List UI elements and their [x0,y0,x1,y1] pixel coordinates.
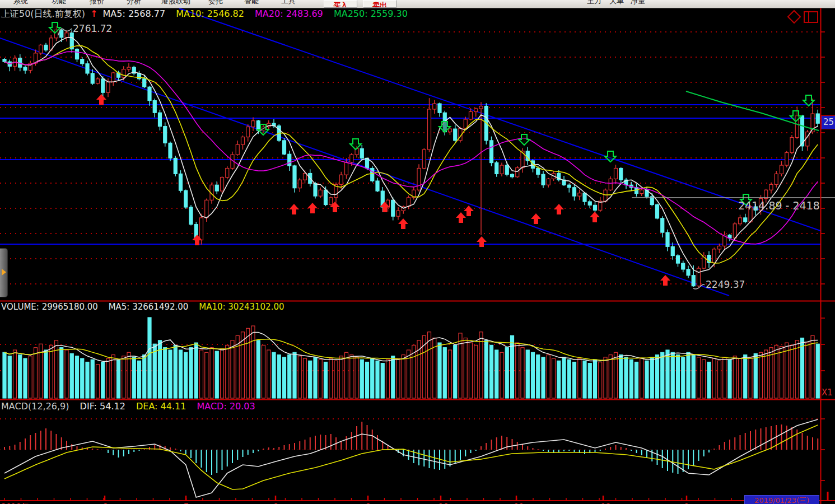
axis-month-label: 12 [601,502,611,504]
dea-line [4,425,818,489]
last-price-axis-tag: 25 [821,115,835,129]
price-range-annotation: 2414.89 - 2418 [738,199,820,212]
buy-arrow-icon [456,212,466,223]
dif-line [4,419,818,497]
buy-arrow-icon [307,203,318,213]
buy-arrow-icon [531,213,541,224]
diamond-marker-icon [788,11,800,23]
axis-month-label: 8 [273,502,278,504]
moving-average-lines [4,38,818,273]
expand-right-icon [2,269,6,276]
sell-arrow-icon [605,151,616,162]
buy-arrow-icon [660,275,670,286]
ma10-value: MA10: 2546.82 [176,8,244,19]
macd-lines [4,419,818,497]
ma250-value: MA250: 2559.30 [334,8,408,19]
volume-value: VOLUME: 29965180.00 [1,302,98,312]
split-window-icon[interactable] [804,12,818,22]
buy-arrow-icon [398,218,408,229]
axis-month-label: 7 [184,502,189,504]
axis-year-label: 2018年 [1,502,29,504]
stock-chart-window: 系统功能报价分析港股联动委托智能工具主力大单净量买入卖出 上证50(日线.前复权… [0,0,835,504]
up-arrow-icon: ↑ [90,8,97,19]
chart-canvas[interactable] [0,0,835,504]
buy-arrow-icon [477,236,487,247]
low-price-annotation: 2249.37 [706,279,745,290]
candlesticks [3,26,819,287]
volume-ma5-line [4,333,818,362]
main-pane-legend: 上证50(日线.前复权) ↑ MA5: 2568.77 MA10: 2546.8… [1,8,408,20]
axis-month-label: 1 [684,502,689,504]
ma10-line [4,46,818,263]
symbol-title: 上证50(日线.前复权) [1,8,85,19]
dea-value: DEA: 44.11 [136,401,186,412]
buy-arrow-icon [289,204,299,214]
support-resistance-lines [0,105,820,244]
volume-pane-legend: VOLUME: 29965180.00 MA5: 32661492.00 MA1… [1,302,284,312]
ma5-value: MA5: 2568.77 [103,8,166,19]
macd-value: MACD: 20.03 [197,401,255,412]
sell-arrow-icon [790,111,801,122]
dif-value: DIF: 54.12 [80,401,125,412]
axis-month-label: 9 [366,502,371,504]
volume-ma10-value: MA10: 30243102.00 [199,302,284,312]
macd-params: MACD(12,26,9) [1,401,69,412]
ma5-line [4,38,818,273]
trend-channel-lines [0,8,820,296]
volume-ma5-value: MA5: 32661492.00 [109,302,189,312]
sell-arrow-icon [519,134,530,145]
volume-ma-lines [4,333,818,362]
sidebar-collapse-handle[interactable] [0,248,8,297]
sell-signal-arrows [49,22,814,205]
axis-month-label: 6 [102,502,108,504]
ma20-line [4,52,818,244]
axis-month-label: 11 [514,502,524,504]
buy-arrow-icon [96,94,106,105]
axis-month-label: 10 [439,502,449,504]
buy-arrow-icon [464,206,474,216]
buy-arrow-icon [554,204,564,214]
sell-arrow-icon [350,139,361,150]
ma20-value: MA20: 2483.69 [255,8,323,19]
high-price-annotation: 2761.72 [73,23,112,34]
volume-scale-tag: X1 [822,388,833,398]
buy-arrow-icon [590,212,600,222]
macd-pane-legend: MACD(12,26,9) DIF: 54.12 DEA: 44.11 MACD… [1,401,255,412]
cursor-date-tag: 2019/01/23(三) [744,495,819,504]
